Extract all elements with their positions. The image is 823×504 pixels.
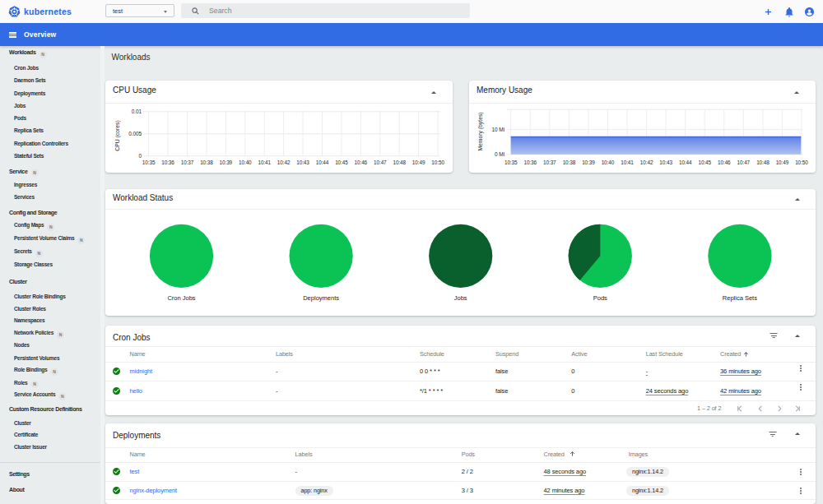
svg-text:10:40: 10:40 [602, 160, 615, 165]
svg-text:10 Mi: 10 Mi [492, 127, 504, 132]
svg-text:10:44: 10:44 [316, 160, 329, 165]
svg-text:10:43: 10:43 [296, 160, 309, 165]
svg-text:10:38: 10:38 [200, 160, 213, 165]
svg-text:10:46: 10:46 [718, 160, 731, 165]
svg-text:0 Mi: 0 Mi [495, 151, 504, 157]
svg-text:10:35: 10:35 [504, 160, 518, 165]
svg-text:10:45: 10:45 [335, 160, 348, 165]
svg-text:10:49: 10:49 [776, 160, 789, 165]
svg-text:10:50: 10:50 [795, 160, 808, 165]
svg-text:CPU (cores): CPU (cores) [114, 120, 121, 150]
svg-text:10:44: 10:44 [679, 160, 692, 165]
svg-text:10:48: 10:48 [393, 160, 406, 165]
svg-text:10:42: 10:42 [640, 160, 653, 165]
svg-text:10:43: 10:43 [659, 160, 672, 165]
svg-text:10:41: 10:41 [258, 160, 271, 165]
svg-text:10:35: 10:35 [142, 160, 156, 165]
svg-text:10:41: 10:41 [621, 160, 634, 165]
svg-text:0.005: 0.005 [128, 131, 142, 136]
svg-text:10:49: 10:49 [412, 160, 425, 165]
svg-text:10:36: 10:36 [161, 160, 174, 165]
svg-text:10:37: 10:37 [181, 160, 194, 165]
svg-text:10:46: 10:46 [355, 160, 368, 165]
svg-text:10:48: 10:48 [756, 160, 770, 165]
svg-text:0: 0 [138, 153, 142, 159]
svg-text:10:45: 10:45 [698, 160, 711, 165]
svg-text:10:40: 10:40 [239, 160, 252, 165]
svg-text:10:39: 10:39 [220, 160, 233, 165]
svg-text:10:36: 10:36 [523, 160, 537, 165]
svg-text:10:39: 10:39 [582, 160, 595, 165]
svg-text:Memory (bytes): Memory (bytes) [477, 112, 484, 150]
svg-text:10:47: 10:47 [374, 160, 387, 165]
svg-text:10:47: 10:47 [737, 160, 751, 165]
svg-text:10:37: 10:37 [543, 160, 556, 165]
svg-text:10:50: 10:50 [431, 160, 444, 165]
svg-text:0.01: 0.01 [132, 109, 142, 114]
svg-text:10:42: 10:42 [277, 160, 291, 165]
svg-text:10:38: 10:38 [563, 160, 576, 165]
